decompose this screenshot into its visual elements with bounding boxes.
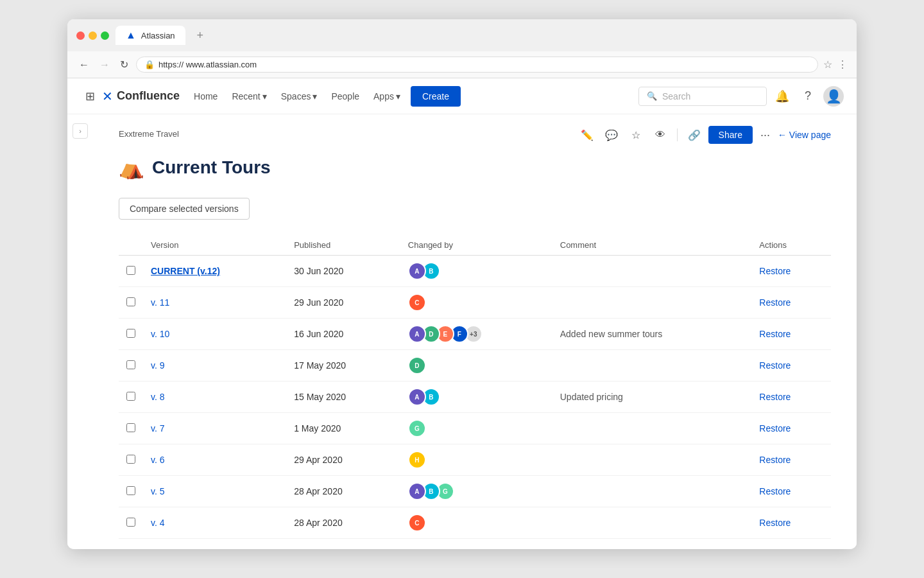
version-action[interactable]: Restore: [751, 287, 831, 319]
browser-tab[interactable]: ▲ Atlassian: [116, 26, 185, 45]
watch-icon[interactable]: 👁: [650, 125, 671, 145]
restore-link[interactable]: Restore: [759, 392, 791, 402]
version-label[interactable]: v. 9: [143, 350, 286, 381]
help-button[interactable]: ?: [798, 86, 818, 107]
version-label[interactable]: v. 10: [143, 319, 286, 350]
edit-icon[interactable]: ✏️: [577, 125, 597, 145]
version-link[interactable]: v. 6: [151, 455, 165, 465]
version-link[interactable]: v. 5: [151, 486, 165, 496]
table-row: CURRENT (v.12)30 Jun 2020ABRestore: [119, 256, 831, 287]
version-label[interactable]: v. 4: [143, 507, 286, 539]
version-comment: [552, 444, 752, 476]
address-input[interactable]: 🔒 https:// www.atlassian.com: [136, 57, 818, 73]
version-link[interactable]: v. 9: [151, 360, 165, 371]
version-action[interactable]: Restore: [751, 476, 831, 507]
version-action[interactable]: Restore: [751, 413, 831, 444]
avatar-group: ABG: [408, 482, 545, 500]
version-link[interactable]: CURRENT (v.12): [151, 266, 220, 276]
forward-button[interactable]: →: [97, 58, 112, 72]
share-button[interactable]: Share: [708, 126, 753, 144]
confluence-logo-icon: ✕: [102, 89, 113, 104]
breadcrumb[interactable]: Exxtreme Travel: [119, 129, 179, 139]
version-action[interactable]: Restore: [751, 381, 831, 413]
version-action[interactable]: Restore: [751, 319, 831, 350]
version-checkbox[interactable]: [126, 486, 135, 495]
nav-links: Home Recent ▾ Spaces ▾ People Apps ▾ Cre…: [187, 86, 636, 107]
comment-icon[interactable]: 💬: [601, 125, 622, 145]
restore-link[interactable]: Restore: [759, 518, 791, 528]
search-icon: 🔍: [647, 91, 657, 101]
changed-by: C: [400, 507, 552, 539]
version-checkbox[interactable]: [126, 455, 135, 464]
version-checkbox[interactable]: [126, 423, 135, 432]
version-action[interactable]: Restore: [751, 444, 831, 476]
create-button[interactable]: Create: [411, 86, 461, 107]
nav-apps[interactable]: Apps ▾: [367, 86, 407, 107]
version-action[interactable]: Restore: [751, 350, 831, 381]
reload-button[interactable]: ↻: [117, 57, 131, 72]
nav-spaces[interactable]: Spaces ▾: [275, 86, 324, 107]
version-action[interactable]: Restore: [751, 507, 831, 539]
col-published: Published: [286, 235, 400, 256]
table-row: v. 71 May 2020GRestore: [119, 413, 831, 444]
version-comment: [552, 413, 752, 444]
version-checkbox[interactable]: [126, 392, 135, 401]
nav-people[interactable]: People: [325, 86, 366, 107]
version-action[interactable]: Restore: [751, 256, 831, 287]
browser-menu-button[interactable]: ⋮: [837, 58, 848, 71]
minimize-button[interactable]: [89, 31, 97, 40]
version-checkbox[interactable]: [126, 518, 135, 527]
version-label[interactable]: v. 11: [143, 287, 286, 319]
confluence-logo[interactable]: ✕ Confluence: [102, 89, 180, 104]
version-link[interactable]: v. 10: [151, 329, 169, 339]
table-row: v. 528 Apr 2020ABGRestore: [119, 476, 831, 507]
nav-right: 🔍 Search 🔔 ? 👤: [638, 86, 844, 107]
new-tab-button[interactable]: +: [192, 28, 209, 44]
version-label[interactable]: v. 6: [143, 444, 286, 476]
mini-avatar: D: [408, 356, 426, 374]
restore-link[interactable]: Restore: [759, 329, 791, 339]
close-button[interactable]: [76, 31, 85, 40]
restore-link[interactable]: Restore: [759, 360, 791, 371]
restore-link[interactable]: Restore: [759, 297, 791, 308]
sidebar-toggle-button[interactable]: ›: [73, 123, 88, 139]
version-label[interactable]: v. 5: [143, 476, 286, 507]
version-link[interactable]: v. 7: [151, 423, 165, 434]
version-link[interactable]: v. 11: [151, 297, 169, 308]
version-checkbox[interactable]: [126, 329, 135, 338]
restore-link[interactable]: Restore: [759, 455, 791, 465]
apps-grid-icon[interactable]: ⊞: [80, 87, 99, 106]
restore-link[interactable]: Restore: [759, 423, 791, 434]
avatar-group: ADEF+3: [408, 325, 545, 343]
changed-by: G: [400, 413, 552, 444]
compare-versions-button[interactable]: Compare selected versions: [119, 198, 250, 220]
version-checkbox[interactable]: [126, 297, 135, 306]
restore-link[interactable]: Restore: [759, 266, 791, 276]
maximize-button[interactable]: [101, 31, 109, 40]
published-date: 15 May 2020: [286, 381, 400, 413]
version-label[interactable]: v. 7: [143, 413, 286, 444]
version-checkbox[interactable]: [126, 360, 135, 369]
search-bar[interactable]: 🔍 Search: [638, 87, 767, 106]
mini-avatar: A: [408, 262, 426, 280]
notifications-button[interactable]: 🔔: [772, 86, 792, 107]
bookmark-button[interactable]: ☆: [823, 58, 832, 71]
version-link[interactable]: v. 8: [151, 392, 165, 402]
chevron-down-icon: ▾: [262, 91, 267, 101]
changed-by: AB: [400, 381, 552, 413]
star-icon[interactable]: ☆: [626, 125, 646, 145]
more-options-button[interactable]: ···: [757, 126, 774, 144]
table-row: v. 917 May 2020DRestore: [119, 350, 831, 381]
version-link[interactable]: v. 4: [151, 518, 165, 528]
back-button[interactable]: ←: [76, 58, 92, 72]
nav-home[interactable]: Home: [187, 86, 224, 107]
version-checkbox[interactable]: [126, 266, 135, 275]
copy-link-icon[interactable]: 🔗: [684, 125, 705, 145]
user-avatar[interactable]: 👤: [823, 86, 844, 107]
traffic-lights: [76, 31, 109, 40]
nav-recent[interactable]: Recent ▾: [225, 86, 273, 107]
restore-link[interactable]: Restore: [759, 486, 791, 496]
view-page-link[interactable]: ← View page: [778, 130, 831, 140]
version-label[interactable]: CURRENT (v.12): [143, 256, 286, 287]
version-label[interactable]: v. 8: [143, 381, 286, 413]
